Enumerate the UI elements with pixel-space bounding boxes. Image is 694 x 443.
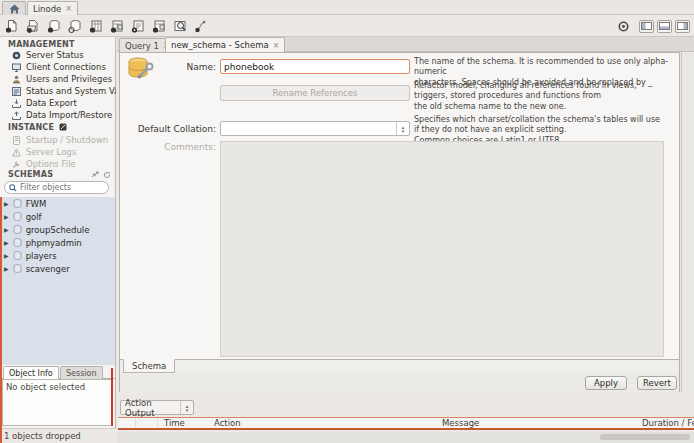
create-schema-icon[interactable] bbox=[46, 18, 61, 33]
expander-icon[interactable]: ▶ bbox=[4, 213, 9, 220]
new-query-tab-icon[interactable] bbox=[4, 18, 19, 33]
schema-editor: Name: The name of the schema. It is reco… bbox=[119, 52, 680, 392]
column-action[interactable]: Action bbox=[208, 418, 436, 428]
sidebar-item-system-variables[interactable]: Status and System Variables bbox=[0, 85, 116, 97]
sidebar-item-client-connections[interactable]: Client Connections bbox=[0, 61, 116, 73]
schema-row-fwm[interactable]: ▶ FWM bbox=[0, 197, 115, 210]
sidebar-item-label: Status and System Variables bbox=[26, 86, 116, 96]
search-table-data-icon[interactable] bbox=[172, 18, 187, 33]
sidebar-item-label: Client Connections bbox=[26, 62, 106, 72]
schema-icon bbox=[13, 225, 22, 234]
editor-tabbar: Query 1 × new_schema - Schema × bbox=[117, 37, 694, 52]
expander-icon[interactable]: ▶ bbox=[4, 200, 9, 207]
sidebar-item-label: Server Logs bbox=[26, 147, 76, 157]
comments-textarea[interactable] bbox=[220, 141, 664, 357]
client-connections-icon bbox=[12, 63, 21, 72]
schemas-refresh-icon[interactable] bbox=[103, 171, 111, 179]
close-icon[interactable]: × bbox=[65, 4, 72, 13]
chevron-updown-icon: ▴▾ bbox=[180, 401, 193, 414]
sidebar-item-startup-shutdown[interactable]: Startup / Shutdown bbox=[0, 134, 116, 146]
expander-icon[interactable]: ▶ bbox=[4, 226, 9, 233]
alter-schema-icon[interactable] bbox=[67, 18, 82, 33]
expander-icon[interactable]: ▶ bbox=[4, 252, 9, 259]
connection-tab-linode[interactable]: Linode × bbox=[27, 1, 78, 15]
schema-row-golf[interactable]: ▶ golf bbox=[0, 210, 115, 223]
sidebar-item-label: Server Status bbox=[26, 50, 84, 60]
sidebar-item-server-logs[interactable]: Server Logs bbox=[0, 146, 116, 158]
toggle-right-panel-button[interactable] bbox=[675, 20, 690, 33]
schemas-expand-icon[interactable] bbox=[91, 171, 99, 178]
schema-filter-input[interactable] bbox=[20, 183, 100, 192]
reconnect-dbms-icon[interactable] bbox=[193, 18, 208, 33]
sidebar-item-options-file[interactable]: Options File bbox=[0, 158, 116, 170]
schema-icon bbox=[13, 264, 22, 273]
comments-label: Comments: bbox=[120, 142, 216, 152]
connection-tab-label: Linode bbox=[33, 4, 61, 14]
schema-list: ▶ FWM ▶ golf ▶ groupSchedule ▶ phpmyadmi… bbox=[0, 197, 115, 365]
create-function-icon[interactable] bbox=[151, 18, 166, 33]
create-table-icon[interactable] bbox=[88, 18, 103, 33]
column-time[interactable]: Time bbox=[158, 418, 208, 428]
column-blank-1 bbox=[118, 418, 136, 428]
rename-help-text: Refactor model, changing all references … bbox=[414, 81, 680, 112]
collapsed-right-panel[interactable] bbox=[681, 52, 694, 392]
schema-row-scavenger[interactable]: ▶ scavenger bbox=[0, 262, 115, 275]
server-logs-icon bbox=[12, 148, 21, 157]
toggle-left-panel-button[interactable] bbox=[639, 20, 654, 33]
connection-tabbar: Linode × bbox=[0, 0, 694, 15]
system-variables-icon bbox=[12, 87, 21, 96]
users-icon bbox=[12, 75, 21, 84]
create-view-icon[interactable] bbox=[109, 18, 124, 33]
sidebar-item-data-import[interactable]: Data Import/Restore bbox=[0, 109, 116, 121]
schema-name-input[interactable] bbox=[220, 59, 410, 74]
sidebar-item-users-privileges[interactable]: Users and Privileges bbox=[0, 73, 116, 85]
editor-footer: Apply Revert bbox=[120, 374, 679, 392]
output-selector[interactable]: Action Output ▴▾ bbox=[120, 400, 194, 415]
schema-row-phpmyadmin[interactable]: ▶ phpmyadmin bbox=[0, 236, 115, 249]
main-toolbar bbox=[0, 15, 694, 37]
collation-select[interactable]: ▴▾ bbox=[220, 121, 410, 136]
sidebar-item-label: Options File bbox=[26, 159, 76, 169]
toggle-bottom-panel-button[interactable] bbox=[657, 20, 672, 33]
name-label: Name: bbox=[120, 62, 216, 72]
tab-session[interactable]: Session bbox=[60, 366, 103, 379]
apply-button[interactable]: Apply bbox=[585, 376, 627, 390]
status-bar: 1 objects dropped bbox=[0, 428, 116, 443]
column-message[interactable]: Message bbox=[436, 418, 636, 428]
expander-icon[interactable]: ▶ bbox=[4, 265, 9, 272]
schema-filter[interactable] bbox=[4, 181, 109, 194]
tab-object-info[interactable]: Object Info bbox=[3, 366, 59, 379]
sidebar-item-label: Users and Privileges bbox=[26, 74, 112, 84]
schema-row-groupschedule[interactable]: ▶ groupSchedule bbox=[0, 223, 115, 236]
schema-icon bbox=[13, 212, 22, 221]
startup-shutdown-icon bbox=[12, 136, 21, 145]
tab-new-schema[interactable]: new_schema - Schema × bbox=[165, 37, 285, 52]
schemas-section-title: SCHEMAS bbox=[8, 170, 53, 179]
home-tab[interactable] bbox=[2, 1, 26, 15]
revert-button[interactable]: Revert bbox=[637, 376, 677, 390]
action-output-header: Time Action Message Duration / Fetch bbox=[118, 417, 694, 430]
home-icon bbox=[9, 4, 20, 14]
expander-icon[interactable]: ▶ bbox=[4, 239, 9, 246]
schema-icon bbox=[13, 251, 22, 260]
sidebar-item-label: Data Import/Restore bbox=[26, 110, 112, 120]
editor-subtab-row: Schema bbox=[120, 359, 679, 374]
rename-references-button[interactable]: Rename References bbox=[220, 85, 410, 101]
open-sql-file-icon[interactable] bbox=[25, 18, 40, 33]
schema-row-players[interactable]: ▶ players bbox=[0, 249, 115, 262]
no-sidebar-icon[interactable] bbox=[616, 19, 631, 34]
management-section-title: MANAGEMENT bbox=[8, 40, 75, 49]
subtab-schema[interactable]: Schema bbox=[123, 359, 175, 373]
column-duration-fetch[interactable]: Duration / Fetch bbox=[636, 418, 694, 428]
sidebar-item-data-export[interactable]: Data Export bbox=[0, 97, 116, 109]
schema-icon bbox=[13, 199, 22, 208]
schema-icon bbox=[13, 238, 22, 247]
navigator-sidebar: MANAGEMENT Server Status Client Connecti… bbox=[0, 37, 116, 428]
close-icon[interactable]: × bbox=[273, 41, 280, 50]
chevron-updown-icon[interactable]: ▴▾ bbox=[396, 122, 409, 135]
collation-label: Default Collation: bbox=[120, 124, 216, 134]
create-procedure-icon[interactable] bbox=[130, 18, 145, 33]
sidebar-item-server-status[interactable]: Server Status bbox=[0, 49, 116, 61]
horizontal-scrollbar-thumb[interactable] bbox=[600, 434, 690, 440]
object-info-panel: No object selected bbox=[2, 379, 112, 426]
